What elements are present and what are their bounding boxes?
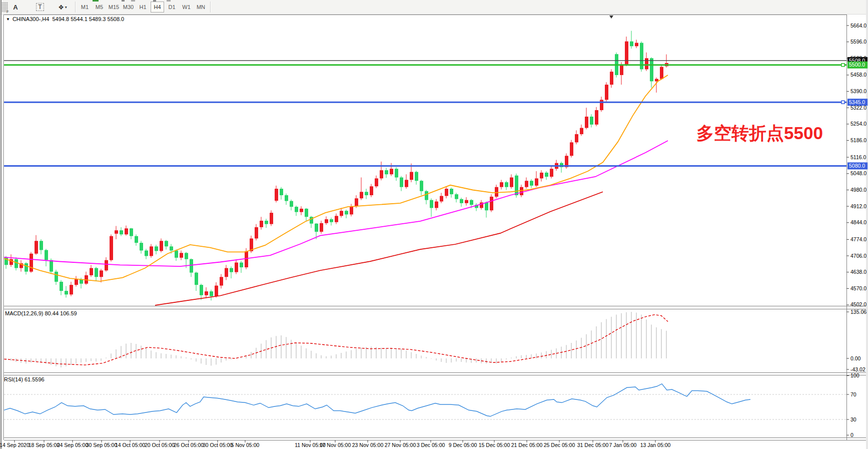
candle-body [200, 285, 203, 295]
candle-body [220, 277, 223, 285]
candle-body [350, 206, 353, 214]
price-tick-label: 4980.0 [850, 187, 866, 193]
candle-body [440, 196, 443, 201]
candle-body [305, 209, 308, 217]
candle-body [415, 172, 418, 181]
candle-body [510, 177, 513, 187]
candle-body [340, 211, 343, 216]
price-badge-label: 5345.0 [849, 99, 865, 105]
candle-body [645, 58, 648, 69]
time-label: 26 Oct 05:00 [174, 442, 204, 448]
candle-body [610, 72, 613, 85]
chart-canvas[interactable]: 5664.05596.05528.05458.05390.05322.05254… [0, 0, 868, 449]
price-badge-label: 5500.0 [849, 62, 865, 68]
ohlc-low: 5489.3 [89, 16, 106, 22]
candle-body [40, 241, 43, 250]
time-label: 24 Sep 05:00 [57, 442, 89, 448]
candle-body [55, 272, 58, 282]
price-tick-label: 4638.0 [850, 269, 866, 275]
candle-body [75, 279, 78, 285]
candle-body [595, 110, 598, 125]
time-label: 20 Oct 05:00 [145, 442, 175, 448]
candle-body [430, 200, 433, 208]
candle-body [380, 170, 383, 178]
candle-body [110, 236, 113, 260]
candle-body [105, 260, 108, 271]
price-tick-label: 5390.0 [850, 88, 866, 94]
candle-body [295, 207, 298, 212]
candle-body [165, 241, 168, 246]
candle-body [235, 262, 238, 272]
price-tick-label: 5458.0 [850, 72, 866, 78]
candle-body [205, 291, 208, 295]
chevron-down-icon: ▼ [6, 17, 10, 22]
candle-body [405, 180, 408, 187]
candle-body [175, 250, 178, 257]
candle-body [570, 142, 573, 156]
candle-body [160, 241, 163, 251]
candle-body [230, 268, 233, 272]
ohlc-high: 5544.1 [71, 16, 88, 22]
hline-handle[interactable] [841, 101, 844, 104]
time-label: 9 Dec 05:00 [449, 442, 477, 448]
candle-body [590, 117, 593, 125]
rsi-tick-label: 100 [850, 372, 859, 378]
candle-body [395, 169, 398, 177]
hline-handle[interactable] [841, 64, 844, 67]
candle-body [190, 259, 193, 273]
macd-tick-label: 135.06 [850, 309, 866, 315]
candle-body [150, 246, 153, 256]
candle-body [455, 194, 458, 199]
time-label: 21 Dec 05:00 [511, 442, 543, 448]
price-tick-label: 5116.0 [850, 154, 866, 160]
candle-body [70, 285, 73, 294]
candle-body [260, 221, 263, 227]
candle-body [65, 291, 68, 294]
price-tick-label: 4844.0 [850, 219, 866, 225]
time-label: 27 Nov 05:00 [385, 442, 416, 448]
time-label: 15 Dec 05:00 [479, 442, 510, 448]
candle-body [140, 243, 143, 250]
candle-body [375, 178, 378, 186]
candle-body [490, 197, 493, 210]
ma-fast-orange-line [4, 75, 668, 281]
candle-body [320, 223, 323, 232]
candle-body [600, 100, 603, 110]
ohlc-close: 5508.0 [108, 16, 125, 22]
candle-body [45, 250, 48, 260]
chart-annotation-text[interactable]: 多空转折点5500 [696, 122, 823, 145]
time-label: 23 Nov 05:00 [352, 442, 384, 448]
candle-body [25, 263, 28, 272]
candle-body [520, 187, 523, 195]
time-label: 30 Sep 05:00 [86, 442, 118, 448]
chart-title[interactable]: ▼CHINA300-,H4 5494.8 5544.1 5489.3 5508.… [6, 16, 124, 22]
candle-body [345, 211, 348, 214]
candle-body [620, 65, 623, 75]
candle-body [545, 173, 548, 177]
candle-body [95, 268, 98, 277]
candle-body [290, 201, 293, 207]
candle-body [630, 42, 633, 47]
candle-body [15, 259, 18, 268]
price-tick-label: 4570.0 [850, 285, 866, 291]
time-label: 13 Jan 05:00 [640, 442, 671, 448]
candle-body [60, 282, 63, 291]
candle-body [445, 189, 448, 196]
candle-body [495, 187, 498, 197]
candle-body [525, 181, 528, 187]
time-label: 30 Oct 05:00 [203, 442, 233, 448]
time-label: 14 Oct 05:00 [115, 442, 145, 448]
time-label: 17 Nov 05:00 [320, 442, 351, 448]
candle-body [420, 181, 423, 191]
rsi-tick-label: 70 [850, 391, 856, 397]
rsi-line [4, 384, 750, 416]
candle-body [245, 251, 248, 267]
time-label: 31 Dec 05:00 [577, 442, 609, 448]
candle-body [500, 182, 503, 187]
candle-body [365, 192, 368, 195]
candle-body [195, 273, 198, 285]
ma-slow-red-line [155, 192, 603, 305]
rsi-label: RSI(14) 61.5596 [4, 376, 45, 382]
time-label: 18 Sep 05:00 [29, 442, 60, 448]
ohlc-open: 5494.8 [52, 16, 69, 22]
